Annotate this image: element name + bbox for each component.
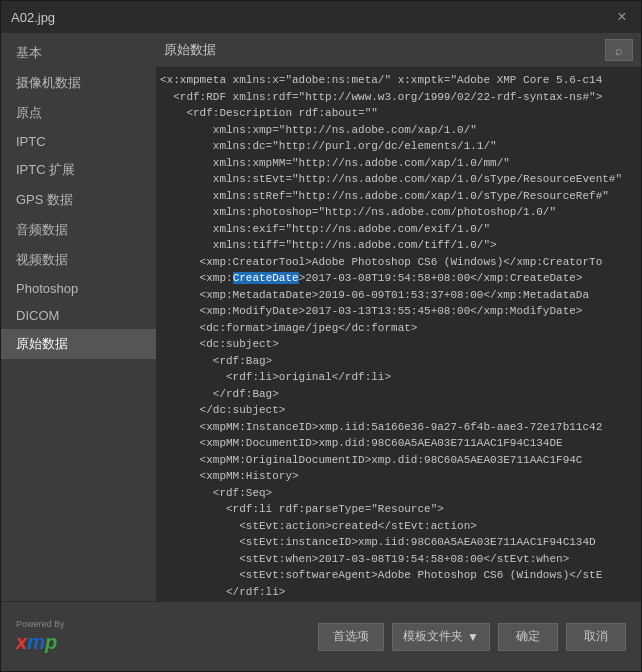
sidebar-item-raw[interactable]: 原始数据: [1, 329, 156, 359]
xml-line: xmlns:tiff="http://ns.adobe.com/tiff/1.0…: [160, 237, 637, 254]
main-content: 基本摄像机数据原点IPTCIPTC 扩展GPS 数据音频数据视频数据Photos…: [1, 33, 641, 601]
xml-line: <dc:format>image/jpeg</dc:format>: [160, 320, 637, 337]
preferences-button[interactable]: 首选项: [318, 623, 384, 651]
powered-by-text: Powered By: [16, 619, 65, 629]
xmp-logo-text: xmp: [16, 631, 57, 654]
xml-line: <stEvt:when>2017-03-08T19:54:58+08:00</s…: [160, 551, 637, 568]
sidebar-item-origin[interactable]: 原点: [1, 98, 156, 128]
right-panel: 原始数据 ⌕ <x:xmpmeta xmlns:x="adobe:ns:meta…: [156, 33, 641, 601]
xml-content-area[interactable]: <x:xmpmeta xmlns:x="adobe:ns:meta/" x:xm…: [156, 68, 641, 601]
xml-line: xmlns:photoshop="http://ns.adobe.com/pho…: [160, 204, 637, 221]
sidebar-item-dicom[interactable]: DICOM: [1, 302, 156, 329]
xml-line: <rdf:li rdf:parseType="Resource">: [160, 600, 637, 601]
xml-line: <xmp:MetadataDate>2019-06-09T01:53:37+08…: [160, 287, 637, 304]
xml-line: <xmpMM:OriginalDocumentID>xmp.did:98C60A…: [160, 452, 637, 469]
xmp-logo: Powered By xmp: [16, 619, 65, 654]
highlighted-text: CreateDate: [233, 272, 299, 284]
sidebar-item-audio[interactable]: 音频数据: [1, 215, 156, 245]
xmp-p: p: [45, 631, 57, 653]
xmp-m: m: [27, 631, 45, 653]
xml-line: <xmp:CreatorTool>Adobe Photoshop CS6 (Wi…: [160, 254, 637, 271]
xml-line: <xmp:ModifyDate>2017-03-13T13:55:45+08:0…: [160, 303, 637, 320]
xml-line: <stEvt:softwareAgent>Adobe Photoshop CS6…: [160, 567, 637, 584]
main-window: A02.jpg × 基本摄像机数据原点IPTCIPTC 扩展GPS 数据音频数据…: [0, 0, 642, 672]
search-icon: ⌕: [615, 43, 623, 58]
sidebar-item-camera[interactable]: 摄像机数据: [1, 68, 156, 98]
xml-line: </rdf:li>: [160, 584, 637, 601]
xml-line: <rdf:Description rdf:about="": [160, 105, 637, 122]
ok-button[interactable]: 确定: [498, 623, 558, 651]
xml-line: <xmpMM:InstanceID>xmp.iid:5a166e36-9a27-…: [160, 419, 637, 436]
xml-line: <rdf:Seq>: [160, 485, 637, 502]
title-bar: A02.jpg ×: [1, 1, 641, 33]
sidebar-item-gps[interactable]: GPS 数据: [1, 185, 156, 215]
xml-line: xmlns:stRef="http://ns.adobe.com/xap/1.0…: [160, 188, 637, 205]
xml-line: <rdf:Bag>: [160, 353, 637, 370]
sidebar-item-basic[interactable]: 基本: [1, 38, 156, 68]
xml-line: <x:xmpmeta xmlns:x="adobe:ns:meta/" x:xm…: [160, 72, 637, 89]
sidebar: 基本摄像机数据原点IPTCIPTC 扩展GPS 数据音频数据视频数据Photos…: [1, 33, 156, 601]
xml-line: <stEvt:instanceID>xmp.iid:98C60A5AEA03E7…: [160, 534, 637, 551]
sidebar-item-photoshop[interactable]: Photoshop: [1, 275, 156, 302]
xml-line: <xmpMM:History>: [160, 468, 637, 485]
xml-line: <xmp:CreateDate>2017-03-08T19:54:58+08:0…: [160, 270, 637, 287]
sidebar-item-video[interactable]: 视频数据: [1, 245, 156, 275]
close-button[interactable]: ×: [613, 8, 631, 26]
footer-buttons: 首选项 模板文件夹 ▼ 确定 取消: [318, 623, 626, 651]
xml-line: xmlns:xmp="http://ns.adobe.com/xap/1.0/": [160, 122, 637, 139]
search-button[interactable]: ⌕: [605, 39, 633, 61]
dropdown-arrow: ▼: [467, 630, 479, 644]
template-label: 模板文件夹: [403, 628, 463, 645]
xml-line: <dc:subject>: [160, 336, 637, 353]
panel-header: 原始数据 ⌕: [156, 33, 641, 68]
xml-line: <rdf:li rdf:parseType="Resource">: [160, 501, 637, 518]
sidebar-item-iptc-ext[interactable]: IPTC 扩展: [1, 155, 156, 185]
xml-line: <stEvt:action>created</stEvt:action>: [160, 518, 637, 535]
xml-line: xmlns:exif="http://ns.adobe.com/exif/1.0…: [160, 221, 637, 238]
xml-line: </dc:subject>: [160, 402, 637, 419]
window-title: A02.jpg: [11, 10, 55, 25]
template-button[interactable]: 模板文件夹 ▼: [392, 623, 490, 651]
xml-line: xmlns:stEvt="http://ns.adobe.com/xap/1.0…: [160, 171, 637, 188]
xml-line: xmlns:xmpMM="http://ns.adobe.com/xap/1.0…: [160, 155, 637, 172]
xml-line: xmlns:dc="http://purl.org/dc/elements/1.…: [160, 138, 637, 155]
footer: Powered By xmp 首选项 模板文件夹 ▼ 确定 取消: [1, 601, 641, 671]
xml-line: <xmpMM:DocumentID>xmp.did:98C60A5AEA03E7…: [160, 435, 637, 452]
xml-line: <rdf:li>original</rdf:li>: [160, 369, 637, 386]
sidebar-item-iptc[interactable]: IPTC: [1, 128, 156, 155]
panel-title: 原始数据: [164, 41, 216, 59]
xmp-x: x: [16, 631, 27, 653]
xml-line: <rdf:RDF xmlns:rdf="http://www.w3.org/19…: [160, 89, 637, 106]
xml-line: </rdf:Bag>: [160, 386, 637, 403]
cancel-button[interactable]: 取消: [566, 623, 626, 651]
